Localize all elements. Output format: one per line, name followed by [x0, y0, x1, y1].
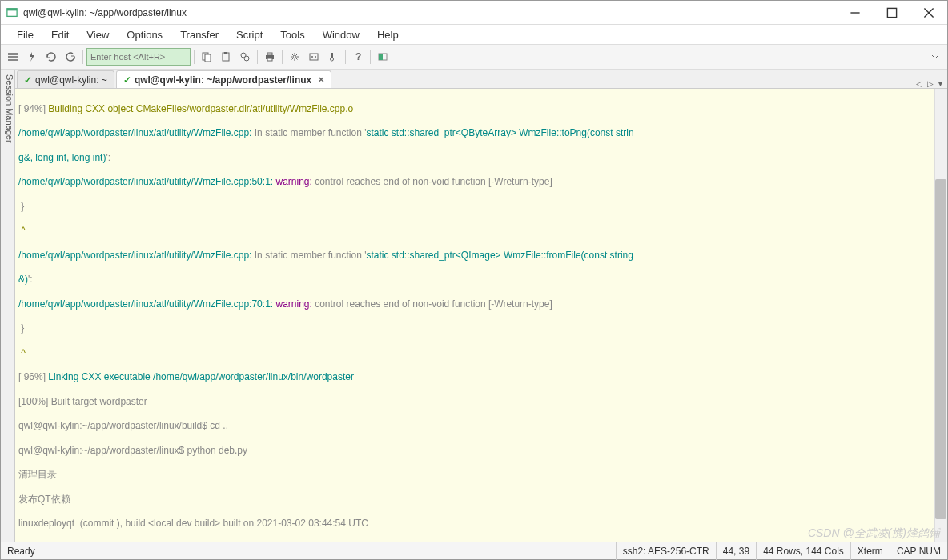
paste-icon[interactable] — [217, 48, 235, 66]
connected-icon: ✓ — [123, 74, 131, 86]
tabbar: ✓ qwl@qwl-kylin: ~ ✓ qwl@qwl-kylin: ~/ap… — [15, 70, 947, 89]
menu-transfer[interactable]: Transfer — [172, 27, 227, 42]
menu-tools[interactable]: Tools — [272, 27, 312, 42]
menu-file[interactable]: File — [9, 27, 42, 42]
copy-icon[interactable] — [198, 48, 215, 66]
separator — [370, 50, 371, 64]
svg-rect-7 — [8, 56, 18, 58]
tab-prev-icon[interactable]: ◁ — [914, 79, 924, 88]
titlebar: qwl@qwl-kylin: ~/app/wordpaster/linux — [1, 1, 947, 25]
quick-connect-icon[interactable] — [23, 48, 41, 66]
window-controls — [837, 1, 947, 24]
connected-icon: ✓ — [24, 74, 32, 86]
svg-rect-12 — [224, 52, 227, 54]
menu-window[interactable]: Window — [315, 27, 368, 42]
properties-icon[interactable] — [305, 48, 323, 66]
svg-rect-1 — [7, 8, 17, 10]
toolbar: ? — [1, 44, 947, 70]
app-window: qwl@qwl-kylin: ~/app/wordpaster/linux Fi… — [0, 0, 948, 560]
svg-point-18 — [293, 55, 296, 58]
separator — [82, 50, 83, 64]
status-termtype: Xterm — [850, 542, 890, 560]
menu-view[interactable]: View — [78, 27, 117, 42]
settings-icon[interactable] — [286, 48, 303, 66]
separator — [345, 50, 346, 64]
svg-rect-6 — [8, 53, 18, 55]
tab-session-2[interactable]: ✓ qwl@qwl-kylin: ~/app/wordpaster/linux … — [116, 70, 331, 88]
app-icon — [6, 6, 18, 19]
svg-rect-10 — [205, 54, 211, 62]
tab-label: qwl@qwl-kylin: ~ — [35, 74, 107, 86]
svg-point-21 — [315, 56, 316, 58]
terminal[interactable]: [ 94%] Building CXX object CMakeFiles/wo… — [15, 89, 947, 542]
svg-rect-8 — [8, 59, 18, 61]
svg-rect-3 — [887, 8, 896, 17]
menu-options[interactable]: Options — [118, 27, 171, 42]
svg-rect-26 — [379, 54, 383, 60]
status-caps: CAP NUM — [890, 542, 947, 560]
print-icon[interactable] — [261, 48, 279, 66]
svg-rect-16 — [267, 53, 272, 55]
session-manager-sidebar[interactable]: Session Manager — [1, 70, 15, 542]
toolbar-overflow-icon[interactable] — [926, 48, 944, 66]
separator — [282, 50, 283, 64]
separator — [257, 50, 258, 64]
help-icon[interactable]: ? — [349, 48, 367, 66]
tab-list-icon[interactable]: ▾ — [937, 79, 944, 88]
tab-session-1[interactable]: ✓ qwl@qwl-kylin: ~ — [17, 70, 114, 88]
session-mgr-icon[interactable] — [4, 48, 22, 66]
tab-label: qwl@qwl-kylin: ~/app/wordpaster/linux — [135, 74, 311, 86]
find-icon[interactable] — [236, 48, 254, 66]
tab-next-icon[interactable]: ▷ — [926, 79, 935, 88]
menubar: File Edit View Options Transfer Script T… — [1, 25, 947, 44]
status-size: 44 Rows, 144 Cols — [756, 542, 850, 560]
svg-point-14 — [244, 56, 249, 61]
disconnect-icon[interactable] — [62, 48, 79, 66]
separator — [194, 50, 195, 64]
svg-point-23 — [331, 58, 334, 61]
status-ready: Ready — [1, 546, 42, 557]
status-cursor-pos: 44, 39 — [716, 542, 756, 560]
svg-rect-22 — [331, 53, 333, 58]
menu-help[interactable]: Help — [369, 27, 407, 42]
svg-rect-17 — [267, 58, 272, 61]
minimize-button[interactable] — [837, 1, 874, 24]
menu-script[interactable]: Script — [228, 27, 271, 42]
close-tab-icon[interactable]: ✕ — [318, 75, 324, 84]
keymap-icon[interactable] — [324, 48, 342, 66]
svg-rect-11 — [223, 53, 229, 61]
svg-text:?: ? — [356, 51, 361, 62]
statusbar: Ready ssh2: AES-256-CTR 44, 39 44 Rows, … — [1, 542, 947, 559]
svg-rect-19 — [310, 54, 318, 60]
maximize-button[interactable] — [874, 1, 910, 24]
toggle-icon[interactable] — [374, 48, 392, 66]
host-input[interactable] — [86, 48, 191, 66]
reconnect-icon[interactable] — [42, 48, 60, 66]
scroll-thumb[interactable] — [935, 179, 946, 519]
window-title: qwl@qwl-kylin: ~/app/wordpaster/linux — [23, 7, 187, 18]
menu-edit[interactable]: Edit — [43, 27, 77, 42]
status-connection: ssh2: AES-256-CTR — [616, 542, 716, 560]
svg-point-20 — [311, 56, 313, 58]
close-button[interactable] — [910, 1, 947, 24]
scrollbar-vertical[interactable] — [934, 89, 947, 542]
